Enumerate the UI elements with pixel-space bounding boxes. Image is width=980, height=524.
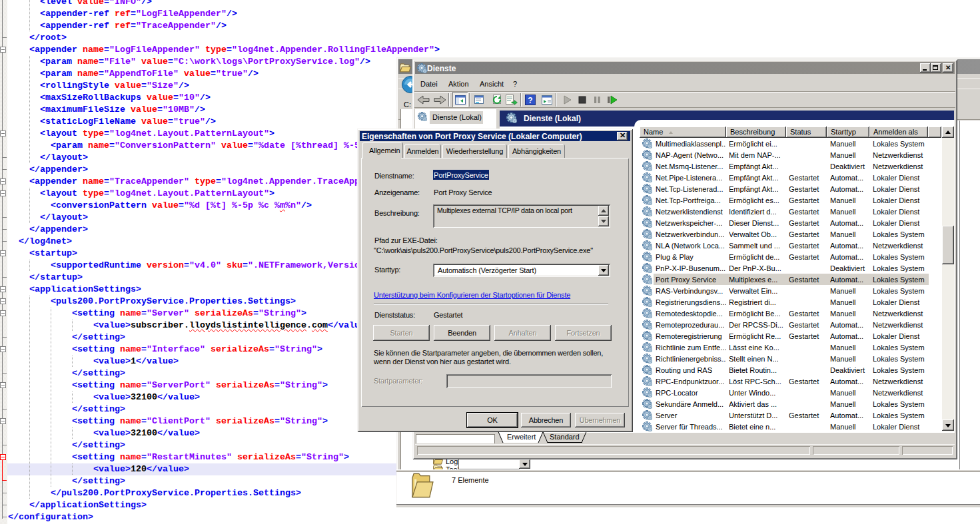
svg-text:?: ? (528, 96, 532, 105)
